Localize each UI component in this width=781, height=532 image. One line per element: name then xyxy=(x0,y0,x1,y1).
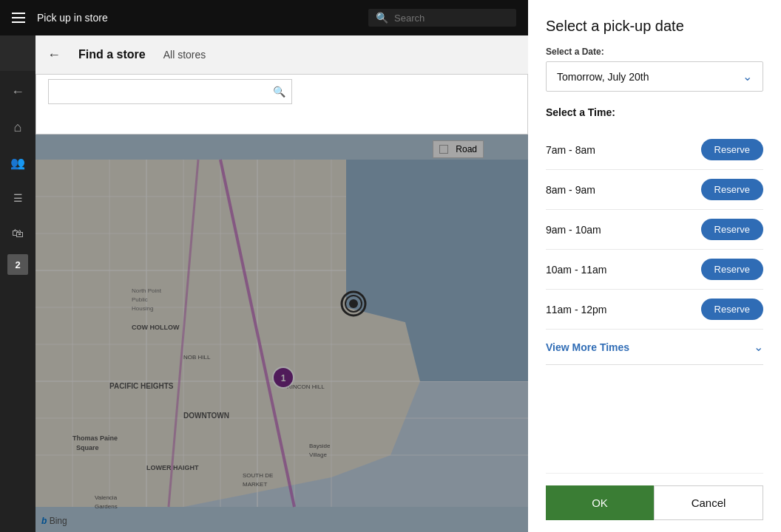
date-select-value: Tomorrow, July 20th xyxy=(557,71,649,83)
right-panel: Select a pick-up date Select a Date: Tom… xyxy=(528,0,781,532)
time-slot-slot-5: 11am - 12pmReserve xyxy=(546,290,763,330)
topbar-title: Pick up in store xyxy=(37,12,356,24)
sidebar-item-home[interactable]: ⌂ xyxy=(3,112,33,142)
top-bar: Pick up in store 🔍 xyxy=(0,0,528,35)
view-more-row[interactable]: View More Times ⌄ xyxy=(546,330,763,365)
view-more-label: View More Times xyxy=(546,341,629,353)
find-store-bar: ← Find a store All stores xyxy=(36,35,528,74)
store-search-input-wrap: 🔍 xyxy=(48,79,292,104)
time-slot-label-slot-1: 7am - 8am xyxy=(546,144,595,156)
left-panel: Pick up in store 🔍 ← ⌂ 👥 ☰ 🛍 2 ← Find a … xyxy=(0,0,528,532)
time-slot-label-slot-5: 11am - 12pm xyxy=(546,304,606,316)
time-slot-slot-3: 9am - 10amReserve xyxy=(546,210,763,250)
date-label: Select a Date: xyxy=(546,47,763,57)
search-bar-top: 🔍 xyxy=(368,9,516,27)
reserve-btn-slot-5[interactable]: Reserve xyxy=(701,299,763,320)
content-area: ← Find a store All stores 🔍 xyxy=(36,35,528,532)
reserve-btn-slot-2[interactable]: Reserve xyxy=(701,179,763,200)
sidebar-item-back[interactable]: ← xyxy=(3,77,33,106)
sidebar-item-badge[interactable]: 2 xyxy=(7,254,28,275)
store-search-input[interactable] xyxy=(55,86,273,98)
time-label: Select a Time: xyxy=(546,106,763,118)
map-container: COW HOLLOW PACIFIC HEIGHTS DOWNTOWN Nort… xyxy=(36,134,528,532)
store-search-icon: 🔍 xyxy=(273,86,285,98)
date-chevron-down-icon: ⌄ xyxy=(743,69,752,83)
all-stores-link[interactable]: All stores xyxy=(163,49,206,61)
bottom-buttons: OK Cancel xyxy=(546,473,763,532)
reserve-btn-slot-1[interactable]: Reserve xyxy=(701,139,763,160)
view-more-chevron-icon: ⌄ xyxy=(754,340,763,354)
time-slot-label-slot-4: 10am - 11am xyxy=(546,264,606,276)
panel-title: Select a pick-up date xyxy=(546,18,763,35)
ok-button[interactable]: OK xyxy=(546,485,654,520)
time-slot-label-slot-3: 9am - 10am xyxy=(546,224,601,236)
find-store-title: Find a store xyxy=(78,48,146,61)
sidebar-item-bag[interactable]: 🛍 xyxy=(3,219,33,248)
time-slot-slot-1: 7am - 8amReserve xyxy=(546,130,763,170)
cancel-button[interactable]: Cancel xyxy=(654,485,763,520)
date-select-dropdown[interactable]: Tomorrow, July 20th ⌄ xyxy=(546,61,763,92)
time-slot-slot-4: 10am - 11amReserve xyxy=(546,250,763,290)
sidebar-item-menu[interactable]: ☰ xyxy=(3,183,33,213)
store-search-bar: 🔍 xyxy=(36,74,528,134)
reserve-btn-slot-3[interactable]: Reserve xyxy=(701,219,763,240)
map-dim-overlay xyxy=(36,134,528,532)
time-slot-slot-2: 8am - 9amReserve xyxy=(546,170,763,210)
reserve-btn-slot-4[interactable]: Reserve xyxy=(701,259,763,280)
sidebar-item-users[interactable]: 👥 xyxy=(3,148,33,177)
time-slot-label-slot-2: 8am - 9am xyxy=(546,184,595,196)
find-store-back-btn[interactable]: ← xyxy=(47,47,61,63)
sidebar: ← ⌂ 👥 ☰ 🛍 2 xyxy=(0,71,36,532)
search-icon-top: 🔍 xyxy=(376,12,388,24)
hamburger-icon[interactable] xyxy=(12,13,25,23)
search-input-top[interactable] xyxy=(394,13,505,24)
time-slots-list: 7am - 8amReserve8am - 9amReserve9am - 10… xyxy=(546,130,763,330)
